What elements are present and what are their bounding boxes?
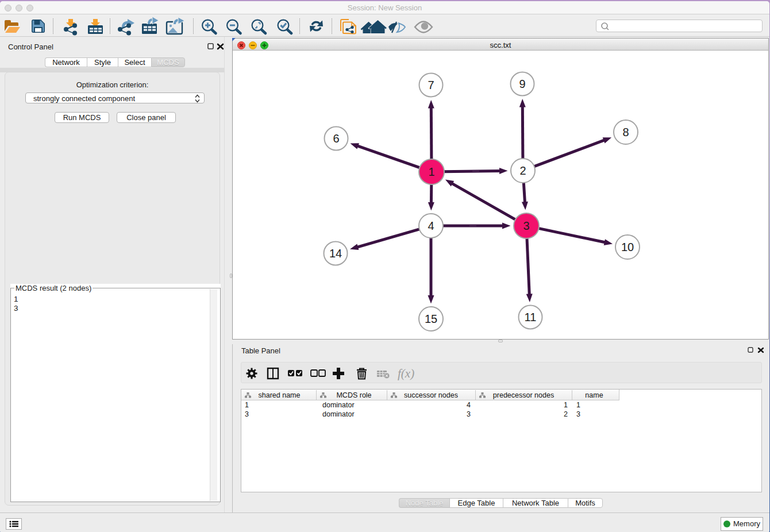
svg-text:7: 7 [428, 79, 434, 91]
svg-text:3: 3 [523, 219, 529, 232]
svg-text:2: 2 [564, 410, 568, 418]
svg-text:11: 11 [525, 311, 537, 323]
svg-text:MCDS role: MCDS role [336, 391, 371, 399]
svg-text:10: 10 [621, 241, 634, 253]
svg-text:14: 14 [329, 247, 342, 260]
svg-text:1: 1 [564, 401, 568, 409]
svg-text:4: 4 [467, 401, 471, 409]
svg-text:1: 1 [428, 165, 434, 178]
svg-text:f(x): f(x) [398, 367, 414, 380]
svg-text:3: 3 [467, 410, 471, 418]
svg-text:shared name: shared name [259, 391, 301, 399]
svg-text:4: 4 [428, 219, 434, 232]
svg-text:1: 1 [576, 401, 580, 409]
svg-text:dominator: dominator [322, 410, 355, 418]
svg-text:successor nodes: successor nodes [404, 391, 458, 399]
svg-text:15: 15 [425, 313, 437, 325]
svg-text:9: 9 [519, 78, 525, 90]
svg-text:1: 1 [245, 401, 249, 409]
svg-text:3: 3 [245, 410, 249, 418]
svg-text:6: 6 [333, 132, 339, 145]
svg-text:predecessor nodes: predecessor nodes [493, 391, 554, 399]
svg-text:2: 2 [519, 164, 526, 177]
svg-text:3: 3 [576, 410, 580, 418]
svg-text:name: name [585, 391, 603, 399]
svg-text:8: 8 [622, 126, 629, 138]
svg-text:dominator: dominator [322, 401, 355, 409]
